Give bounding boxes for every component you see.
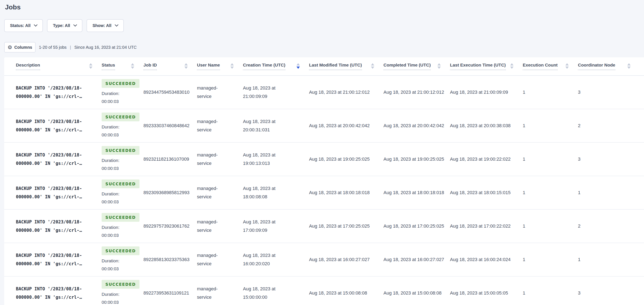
duration-value: 00:00:03	[102, 131, 138, 139]
table-row[interactable]: BACKUP INTO '/2023/08/18- 000000.00' IN …	[4, 109, 644, 143]
chevron-down-icon	[114, 23, 118, 27]
job-description-cell: BACKUP INTO '/2023/08/18- 000000.00' IN …	[4, 285, 102, 301]
column-header-user-name[interactable]: User Name	[197, 62, 243, 75]
sort-icon[interactable]	[184, 63, 188, 69]
status-filter-label: Status: All	[10, 23, 30, 28]
job-status-cell: SUCCEEDEDDuration:00:00:03	[102, 179, 144, 206]
column-header-last-modified-time[interactable]: Last Modified Time (UTC)	[309, 62, 384, 75]
table-body: BACKUP INTO '/2023/08/18- 000000.00' IN …	[4, 76, 644, 305]
job-status-cell: SUCCEEDEDDuration:00:00:03	[102, 79, 144, 105]
columns-button[interactable]: ⚙ Columns	[4, 42, 36, 53]
completed-time: Aug 18, 2023 at 15:00:08:08	[384, 289, 450, 297]
job-status-cell: SUCCEEDEDDuration:00:00:03	[102, 280, 144, 305]
job-description: BACKUP INTO '/2023/08/18- 000000.00' IN …	[16, 117, 96, 134]
job-status-cell: SUCCEEDEDDuration:00:00:03	[102, 113, 144, 139]
completed-time: Aug 18, 2023 at 17:00:25:025	[384, 222, 450, 230]
job-id: 892273953631109121	[144, 289, 197, 297]
column-header-creation-time[interactable]: Creation Time (UTC)	[243, 62, 309, 75]
toolbar-divider: |	[70, 45, 71, 50]
user-name: managed- service	[197, 184, 243, 201]
completed-time: Aug 18, 2023 at 18:00:18:018	[384, 188, 450, 197]
column-header-completed-time[interactable]: Completed Time (UTC)	[384, 62, 450, 75]
sort-icon[interactable]	[89, 63, 92, 69]
creation-time: Aug 18, 2023 at 16:00:20:020	[243, 251, 309, 268]
coordinator-node: 1	[578, 255, 640, 264]
coordinator-node: 1	[578, 188, 640, 197]
status-badge: SUCCEEDED	[102, 179, 140, 188]
table-toolbar: ⚙ Columns 1-20 of 55 jobs | Since Aug 16…	[4, 42, 644, 53]
job-description: BACKUP INTO '/2023/08/18- 000000.00' IN …	[16, 84, 96, 101]
duration-label: Duration:	[102, 190, 138, 198]
duration-value: 00:00:03	[102, 231, 138, 239]
job-status-cell: SUCCEEDEDDuration:00:00:03	[102, 213, 144, 239]
job-id: 892285813023375363	[144, 255, 197, 264]
column-header-status[interactable]: Status	[102, 62, 144, 75]
status-badge: SUCCEEDED	[102, 280, 140, 289]
duration-value: 00:00:03	[102, 164, 138, 172]
job-description: BACKUP INTO '/2023/08/18- 000000.00' IN …	[16, 218, 96, 234]
coordinator-node: 2	[578, 122, 640, 130]
duration-label: Duration:	[102, 290, 138, 298]
status-badge: SUCCEEDED	[102, 146, 140, 155]
column-header-last-execution-time[interactable]: Last Execution Time (UTC)	[450, 62, 523, 75]
sort-icon[interactable]	[510, 63, 514, 69]
last-execution-time: Aug 18, 2023 at 17:00:22:022	[450, 222, 523, 230]
table-row[interactable]: BACKUP INTO '/2023/08/18- 000000.00' IN …	[4, 276, 644, 305]
sort-icon[interactable]	[131, 63, 134, 69]
job-description: BACKUP INTO '/2023/08/18- 000000.00' IN …	[16, 184, 96, 201]
completed-time: Aug 18, 2023 at 19:00:25:025	[384, 155, 450, 163]
type-filter-label: Type: All	[53, 23, 70, 28]
job-description: BACKUP INTO '/2023/08/18- 000000.00' IN …	[16, 151, 96, 168]
status-badge: SUCCEEDED	[102, 79, 140, 88]
duration-label: Duration:	[102, 223, 138, 231]
type-filter-dropdown[interactable]: Type: All	[47, 19, 82, 32]
column-header-description[interactable]: Description	[4, 62, 102, 75]
column-header-coordinator-node[interactable]: Coordinator Node	[578, 62, 640, 75]
last-execution-time: Aug 18, 2023 at 21:00:09:09	[450, 88, 523, 96]
creation-time: Aug 18, 2023 at 17:00:09:09	[243, 218, 309, 234]
duration-label: Duration:	[102, 156, 138, 164]
coordinator-node: 3	[578, 289, 640, 297]
table-row[interactable]: BACKUP INTO '/2023/08/18- 000000.00' IN …	[4, 176, 644, 210]
execution-count: 1	[523, 289, 578, 297]
creation-time: Aug 18, 2023 at 19:00:13:013	[243, 151, 309, 168]
sort-icon[interactable]	[566, 63, 569, 69]
last-modified-time: Aug 18, 2023 at 17:00:25:025	[309, 222, 384, 230]
duration-value: 00:00:03	[102, 98, 138, 105]
sort-icon[interactable]	[371, 63, 374, 69]
last-execution-time: Aug 18, 2023 at 18:00:15:015	[450, 188, 523, 197]
execution-count: 1	[523, 155, 578, 163]
creation-time: Aug 18, 2023 at 21:00:09:09	[243, 84, 309, 101]
job-description-cell: BACKUP INTO '/2023/08/18- 000000.00' IN …	[4, 184, 102, 201]
sort-icon[interactable]	[230, 63, 234, 69]
job-description-cell: BACKUP INTO '/2023/08/18- 000000.00' IN …	[4, 151, 102, 168]
user-name: managed- service	[197, 84, 243, 101]
show-filter-label: Show: All	[92, 23, 111, 28]
last-modified-time: Aug 18, 2023 at 15:00:08:08	[309, 289, 384, 297]
job-description: BACKUP INTO '/2023/08/18- 000000.00' IN …	[16, 285, 96, 301]
table-row[interactable]: BACKUP INTO '/2023/08/18- 000000.00' IN …	[4, 210, 644, 243]
chevron-down-icon	[34, 23, 38, 27]
show-filter-dropdown[interactable]: Show: All	[86, 19, 124, 32]
table-row[interactable]: BACKUP INTO '/2023/08/18- 000000.00' IN …	[4, 143, 644, 176]
completed-time: Aug 18, 2023 at 16:00:27:027	[384, 255, 450, 264]
duration-value: 00:00:03	[102, 265, 138, 273]
column-header-job-id[interactable]: Job ID	[144, 62, 197, 75]
status-filter-dropdown[interactable]: Status: All	[4, 19, 43, 32]
execution-count: 1	[523, 222, 578, 230]
duration-label: Duration:	[102, 123, 138, 131]
table-row[interactable]: BACKUP INTO '/2023/08/18- 000000.00' IN …	[4, 243, 644, 276]
job-description-cell: BACKUP INTO '/2023/08/18- 000000.00' IN …	[4, 117, 102, 134]
sort-icon[interactable]	[627, 63, 630, 69]
sort-icon-active-desc[interactable]	[296, 63, 300, 69]
duration-label: Duration:	[102, 90, 138, 98]
sort-icon[interactable]	[438, 63, 441, 69]
job-id: 892333037460848642	[144, 122, 197, 130]
table-row[interactable]: BACKUP INTO '/2023/08/18- 000000.00' IN …	[4, 76, 644, 109]
status-badge: SUCCEEDED	[102, 213, 140, 222]
last-execution-time: Aug 18, 2023 at 16:00:24:024	[450, 255, 523, 264]
column-header-execution-count[interactable]: Execution Count	[523, 62, 578, 75]
job-description-cell: BACKUP INTO '/2023/08/18- 000000.00' IN …	[4, 218, 102, 234]
last-modified-time: Aug 18, 2023 at 21:00:12:012	[309, 88, 384, 96]
table-header-row: Description Status Job ID User Name Crea…	[4, 57, 644, 76]
